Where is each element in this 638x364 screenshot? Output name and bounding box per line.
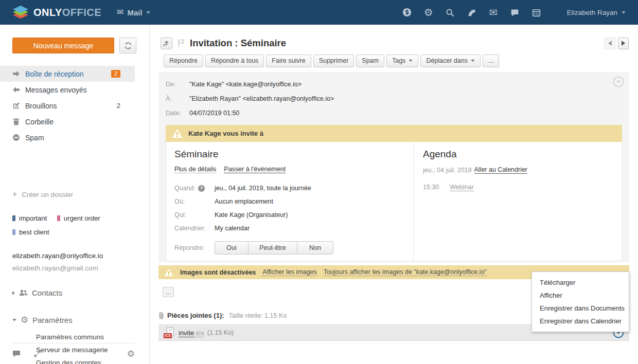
warning-icon (164, 268, 173, 277)
feed-icon[interactable] (467, 8, 476, 17)
refresh-button[interactable] (119, 38, 136, 53)
refresh-icon (124, 42, 132, 50)
create-folder-link[interactable]: + Créer un dossier (12, 190, 73, 199)
where-label: Où: (174, 198, 215, 205)
menu-item-view[interactable]: Afficher (532, 289, 629, 302)
page-title: Invitation : Séminaire (190, 38, 286, 49)
event-calendar-row: Calendrier: My calendar (174, 222, 403, 235)
rsvp-button-group: Oui Peut-être Non (215, 241, 333, 254)
folder-count: 2 (117, 102, 120, 110)
rsvp-no-button[interactable]: Non (297, 241, 333, 254)
more-actions-button[interactable]: ... (483, 54, 499, 67)
tag-best-client[interactable]: best client (12, 228, 49, 236)
footer-gear-icon[interactable]: ⚙ (127, 349, 135, 359)
rsvp-yes-button[interactable]: Oui (215, 241, 249, 254)
sidebar-item-drafts[interactable]: Brouillons 2 (0, 98, 135, 114)
flag-icon[interactable] (178, 39, 184, 47)
back-to-list-button[interactable] (161, 38, 172, 49)
header-date-row: Date: 04/07/2019 01:50 (166, 106, 622, 120)
message-toolbar: Répondre Répondre à tous Faire suivre Su… (164, 54, 499, 67)
show-images-link[interactable]: Afficher les images (262, 268, 316, 276)
account-secondary[interactable]: elizabeth.rayan@gmail.com (12, 262, 103, 275)
menu-item-save-to-documents[interactable]: Enregistrer dans Documents (532, 302, 629, 315)
go-to-calendar-link[interactable]: Aller au Calendrier (474, 166, 528, 174)
attachments-header: Pièces jointes (1): Taille réelle: 1.15 … (158, 312, 287, 319)
contacts-icon (19, 289, 28, 296)
tag-urgent-order[interactable]: urgent order (57, 214, 100, 222)
go-to-event-link[interactable]: Passer à l'événement (224, 166, 286, 173)
event-details: Séminaire Plus de détails Passer à l'évé… (166, 142, 413, 261)
settings-icon[interactable]: ⚙ (424, 8, 433, 17)
from-value[interactable]: "Kate Kage" <kate.kage@onlyoffice.io> (189, 77, 302, 92)
sidebar-item-settings[interactable]: ⚙ Paramètres (12, 316, 73, 324)
mail-icon[interactable]: ✉ (489, 8, 498, 17)
sidebar-item-contacts[interactable]: Contacts (12, 288, 62, 297)
reply-all-button[interactable]: Répondre à tous (205, 54, 264, 67)
collapse-message-icon[interactable] (613, 76, 624, 87)
support-chat-icon[interactable] (12, 350, 21, 357)
images-disabled-text: Images sont désactivées (180, 269, 256, 276)
sidebar-item-common-settings[interactable]: Paramètres communs (36, 331, 108, 343)
attachment-file-link[interactable]: invite (179, 329, 194, 337)
chevron-down-icon (146, 11, 150, 14)
sidebar-item-trash[interactable]: Corbeille (0, 114, 135, 130)
rsvp-row: Répondre: Oui Peut-être Non (174, 241, 403, 254)
sidebar: Nouveau message Boîte de réception 2 Mes… (0, 25, 150, 364)
attachment-file-ext[interactable]: .ics (194, 329, 204, 337)
payments-icon[interactable]: $ (402, 8, 412, 17)
calendar-label: Calendrier: (174, 225, 215, 232)
next-message-button[interactable] (618, 38, 629, 49)
top-navbar: ONLYOFFICE ✉ Mail $ ⚙ ✉ Elizabeth Rayan (0, 0, 638, 25)
show-quoted-text-button[interactable]: ... (163, 287, 174, 297)
message-view: De: "Kate Kage" <kate.kage@onlyoffice.io… (158, 72, 629, 262)
move-to-dropdown-button[interactable]: Déplacer dans (420, 54, 481, 67)
forward-button[interactable]: Faire suivre (266, 54, 311, 67)
account-primary[interactable]: elizabeth.rayan@onlyoffice.io (12, 250, 103, 262)
sidebar-item-inbox[interactable]: Boîte de réception 2 (0, 66, 135, 82)
calendar-icon[interactable] (532, 8, 541, 17)
onlyoffice-logo[interactable]: ONLYOFFICE (12, 5, 101, 20)
new-message-button[interactable]: Nouveau message (12, 38, 114, 53)
tag-label: important (19, 214, 47, 222)
menu-item-download[interactable]: Télécharger (532, 276, 629, 289)
expand-icon[interactable] (34, 350, 41, 357)
header-from-row: De: "Kate Kage" <kate.kage@onlyoffice.io… (166, 77, 622, 92)
agenda-item-link[interactable]: Webinar (450, 184, 473, 191)
accounts-list: elizabeth.rayan@onlyoffice.io elizabeth.… (12, 250, 103, 275)
triangle-right-icon (622, 41, 625, 46)
help-icon[interactable]: ? (198, 185, 205, 192)
to-value[interactable]: "Elizabeth Rayan" <elizabeth.rayan@onlyo… (189, 92, 334, 106)
previous-message-button[interactable] (605, 38, 615, 49)
chevron-down-icon (409, 60, 413, 62)
spam-button[interactable]: Spam (356, 54, 384, 67)
folder-label: Spam (25, 134, 44, 142)
sidebar-item-spam[interactable]: Spam (0, 130, 135, 145)
search-icon[interactable] (446, 8, 455, 17)
trash-icon (12, 118, 20, 125)
tag-label: urgent order (64, 214, 100, 222)
attachment-size: (1.15 Ko) (207, 329, 234, 336)
tag-color-swatch (12, 229, 15, 235)
rsvp-maybe-button[interactable]: Peut-être (249, 241, 297, 254)
tags-dropdown-button[interactable]: Tags (386, 54, 418, 67)
reply-button[interactable]: Répondre (164, 54, 203, 67)
event-where-row: Où: Aucun emplacement (174, 195, 403, 208)
always-show-images-link[interactable]: Toujours afficher les images de "kate.ka… (324, 268, 487, 276)
header-to-row: À: "Elizabeth Rayan" <elizabeth.rayan@on… (166, 92, 622, 106)
agenda-item-time: 15:30 (423, 184, 439, 191)
delete-button[interactable]: Supprimer (313, 54, 355, 67)
settings-label: Paramètres (32, 316, 73, 324)
when-label: Quand: (174, 185, 196, 192)
user-menu[interactable]: Elizabeth Rayan (567, 9, 626, 16)
talk-icon[interactable] (510, 8, 520, 17)
folder-list: Boîte de réception 2 Messages envoyés Br… (0, 66, 149, 145)
module-switcher[interactable]: ✉ Mail (117, 8, 150, 17)
tags-list: important urgent order best client (12, 214, 139, 242)
more-details-link[interactable]: Plus de détails (174, 166, 216, 173)
sidebar-item-sent[interactable]: Messages envoyés (0, 82, 135, 98)
layers-logo-icon (12, 5, 29, 20)
unread-badge: 2 (111, 70, 120, 78)
mail-module-icon: ✉ (117, 8, 123, 16)
menu-item-save-to-calendar[interactable]: Enregistrer dans Calendrier (532, 315, 629, 327)
tag-important[interactable]: important (12, 214, 47, 222)
